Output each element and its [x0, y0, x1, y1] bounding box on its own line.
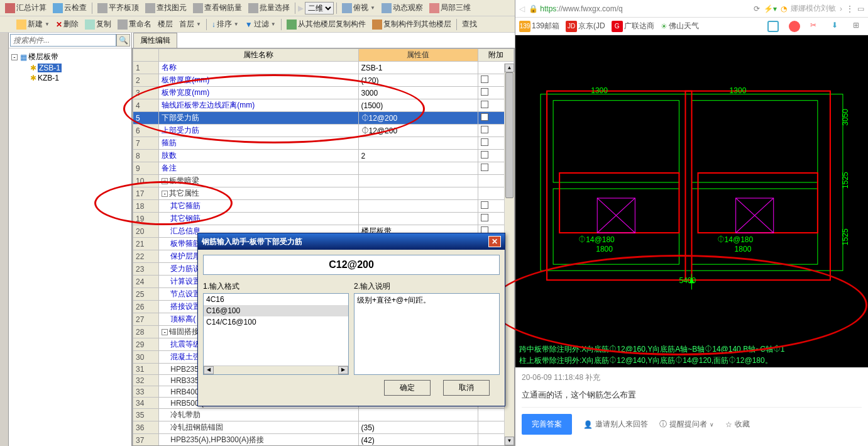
prop-name-cell[interactable]: 其它钢筋 [159, 213, 358, 225]
tb-first-floor[interactable]: 首层▼ [177, 18, 204, 31]
scroll-right-icon[interactable]: ▶ [338, 366, 348, 374]
tb-find-elem[interactable]: 查找图元 [143, 1, 189, 14]
prop-name-cell[interactable]: 上部受力筋 [159, 125, 358, 137]
tb-copy[interactable]: 复制 [82, 18, 114, 31]
prop-name-cell[interactable]: 备注 [159, 162, 358, 175]
format-list[interactable]: 4C16 C16@100 C14/C16@100 ◀▶ [203, 293, 349, 375]
prop-name-cell[interactable]: 冷轧扭钢筋锚固 [159, 421, 358, 434]
prop-value-cell[interactable]: (42) [358, 434, 478, 447]
prop-value-cell[interactable]: 3000 [358, 87, 478, 99]
checkbox-icon[interactable] [481, 138, 488, 146]
lightning-icon[interactable]: ⚡▾ [764, 4, 777, 13]
tb-find[interactable]: 查找 [459, 18, 480, 31]
record-icon[interactable] [789, 21, 800, 32]
search-input[interactable] [10, 34, 116, 47]
prop-value-cell[interactable]: ⏀12@200 [358, 125, 478, 137]
prop-row-35[interactable]: 35冷轧带肋 [133, 409, 514, 421]
prop-row-4[interactable]: 4轴线距板带左边线距离(mm)(1500) [133, 99, 514, 112]
search-label[interactable]: 娜娜模仿刘敏 [791, 3, 836, 14]
expand-icon[interactable]: - [162, 191, 168, 197]
checkbox-icon[interactable] [481, 201, 488, 209]
prop-row-6[interactable]: 6上部受力筋⏀12@200 [133, 125, 514, 137]
cancel-button[interactable]: 取消 [443, 380, 490, 396]
tb-view-rebar[interactable]: 查看钢筋量 [190, 1, 244, 14]
prop-value-cell[interactable]: ⏀12@200 [358, 112, 478, 125]
tb-local-3d[interactable]: 局部三维 [427, 1, 473, 14]
prop-row-2[interactable]: 2板带厚度(mm)(120) [133, 74, 514, 87]
prop-row-1[interactable]: 1名称ZSB-1 [133, 62, 514, 74]
prop-value-cell[interactable] [358, 175, 478, 187]
tb-copy-from[interactable]: 从其他楼层复制构件 [284, 18, 368, 31]
bookmark-weather[interactable]: ☀佛山天气 [661, 21, 699, 31]
prop-value-cell[interactable] [358, 213, 478, 225]
prop-value-cell[interactable]: (1500) [358, 99, 478, 112]
dialog-titlebar[interactable]: 钢筋输入助手-板带下部受力筋 ✕ [198, 233, 505, 250]
prop-value-cell[interactable] [358, 137, 478, 150]
tb-sort[interactable]: ↓排序▼ [209, 18, 241, 31]
property-tab[interactable]: 属性编辑 [133, 33, 177, 48]
rebar-value-input[interactable] [203, 255, 500, 275]
close-icon[interactable]: ✕ [488, 236, 501, 247]
prop-value-cell[interactable] [358, 200, 478, 213]
prop-name-cell[interactable]: -其它属性 [159, 187, 358, 200]
prop-row-10[interactable]: 10+板带暗梁 [133, 175, 514, 187]
bookmark-gld[interactable]: G广联达商 [612, 21, 654, 32]
vertical-scrollbar[interactable]: ▲ ▼ [504, 64, 514, 445]
invite-button[interactable]: 👤邀请别人来回答 [583, 419, 648, 430]
download-icon[interactable]: ⬇ [832, 21, 843, 32]
prop-row-19[interactable]: 19其它钢筋 [133, 213, 514, 225]
prop-row-9[interactable]: 9备注 [133, 162, 514, 175]
remind-button[interactable]: ⓘ提醒提问者∨ [659, 419, 714, 430]
bookmark-jd[interactable]: JD京东(JD [566, 21, 605, 32]
tb-cloud[interactable]: 云检查 [50, 1, 89, 14]
prop-value-cell[interactable]: ZSB-1 [358, 62, 478, 74]
prop-name-cell[interactable]: 肢数 [159, 150, 358, 162]
improve-answer-button[interactable]: 完善答案 [522, 414, 572, 435]
prop-name-cell[interactable]: +板带暗梁 [159, 175, 358, 187]
prop-value-cell[interactable] [358, 409, 478, 421]
checkbox-icon[interactable] [481, 126, 488, 133]
prop-value-cell[interactable] [358, 162, 478, 175]
prop-row-3[interactable]: 3板带宽度(mm)3000 [133, 87, 514, 99]
format-item-0[interactable]: 4C16 [204, 294, 348, 305]
checkbox-icon[interactable] [481, 88, 488, 96]
prop-name-cell[interactable]: 冷轧带肋 [159, 409, 358, 421]
menu-icon[interactable]: ⋮ [846, 4, 854, 13]
scroll-left-icon[interactable]: ◀ [204, 366, 214, 374]
screenshot-icon[interactable] [767, 21, 779, 32]
prop-name-cell[interactable]: 轴线距板带左边线距离(mm) [159, 99, 358, 112]
tb-summary[interactable]: 汇总计算 [3, 1, 49, 14]
checkbox-icon[interactable] [481, 151, 488, 159]
prop-row-7[interactable]: 7箍筋 [133, 137, 514, 150]
tb-top-view[interactable]: 俯视▼ [339, 1, 378, 14]
expand-icon[interactable]: + [162, 178, 168, 184]
tb-flat-top[interactable]: 平齐板顶 [95, 1, 141, 14]
prop-name-cell[interactable]: 板带宽度(mm) [159, 87, 358, 99]
bookmark-139[interactable]: 139139邮箱 [519, 21, 559, 32]
horizontal-scrollbar[interactable]: ◀▶ [204, 365, 348, 374]
left-sidebar-strip[interactable] [0, 33, 9, 446]
prop-row-17[interactable]: 17-其它属性 [133, 187, 514, 200]
window-min-icon[interactable]: ▭ [857, 4, 864, 13]
format-item-1[interactable]: C16@100 [204, 305, 348, 316]
prop-value-cell[interactable]: (120) [358, 74, 478, 87]
format-item-2[interactable]: C14/C16@100 [204, 316, 348, 328]
prop-name-cell[interactable]: 板带厚度(mm) [159, 74, 358, 87]
prop-row-36[interactable]: 36冷轧扭钢筋锚固(35) [133, 421, 514, 434]
prop-row-5[interactable]: 5下部受力筋⏀12@200 [133, 112, 514, 125]
scroll-thumb[interactable] [505, 72, 514, 198]
prop-value-cell[interactable]: 2 [358, 150, 478, 162]
tab-back-icon[interactable]: ◁ [519, 4, 525, 13]
tree-item-zsb1[interactable]: ✱ ZSB-1 [11, 63, 129, 73]
scroll-down-icon[interactable]: ▼ [505, 437, 514, 445]
expand-icon[interactable]: - [162, 329, 168, 335]
prop-name-cell[interactable]: HPB235(A),HPB300(A)搭接 [159, 434, 358, 447]
tb-delete[interactable]: ✕删除 [53, 18, 81, 31]
ok-button[interactable]: 确定 [384, 380, 431, 396]
prop-row-18[interactable]: 18其它箍筋 [133, 200, 514, 213]
tb-rename[interactable]: 重命名 [115, 18, 154, 31]
checkbox-icon[interactable] [481, 75, 488, 83]
scroll-up-icon[interactable]: ▲ [505, 64, 514, 72]
collect-button[interactable]: ☆收藏 [725, 419, 750, 430]
refresh-icon[interactable]: ⟳ [754, 4, 760, 13]
